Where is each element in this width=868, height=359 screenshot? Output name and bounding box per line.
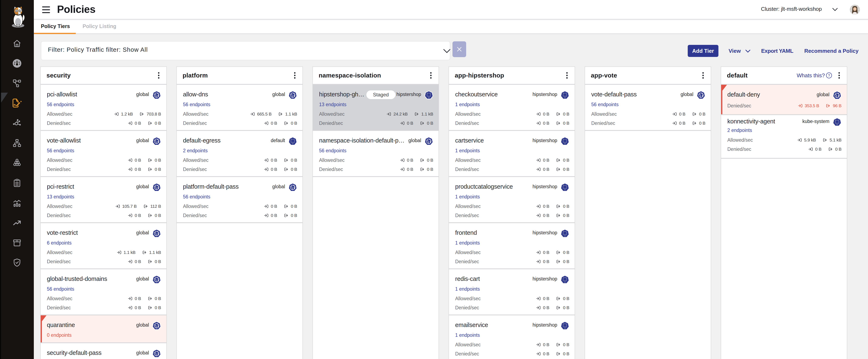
svg-text:ns: ns	[564, 281, 565, 282]
svg-text:?: ?	[828, 74, 830, 78]
svg-text:ns: ns	[836, 124, 838, 125]
svg-text:ns: ns	[564, 235, 565, 237]
svg-text:ns: ns	[292, 143, 293, 144]
svg-text:ns: ns	[564, 143, 565, 144]
svg-text:ns: ns	[564, 97, 565, 98]
svg-text:ns: ns	[428, 97, 429, 98]
svg-text:ns: ns	[564, 189, 565, 190]
svg-text:ns: ns	[564, 327, 565, 329]
